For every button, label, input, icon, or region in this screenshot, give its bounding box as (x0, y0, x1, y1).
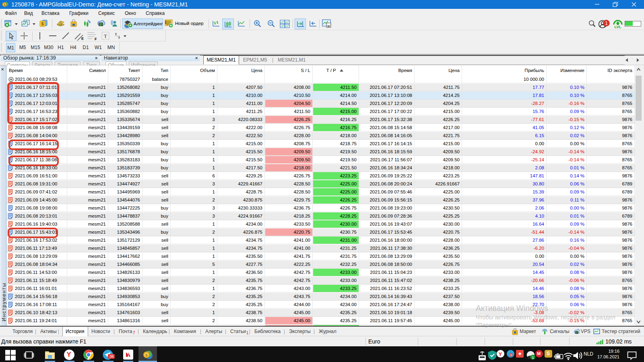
svg-text:LVL: LVL (614, 25, 621, 29)
svg-text:F: F (95, 37, 97, 41)
svg-text:5: 5 (60, 22, 62, 25)
svg-text:1: 1 (605, 21, 608, 26)
svg-text:1: 1 (532, 355, 534, 360)
svg-text:5: 5 (145, 353, 147, 357)
svg-text:T: T (104, 33, 107, 39)
svg-text:$: $ (41, 21, 43, 26)
svg-text:5: 5 (4, 3, 5, 6)
svg-text:E: E (81, 37, 84, 41)
